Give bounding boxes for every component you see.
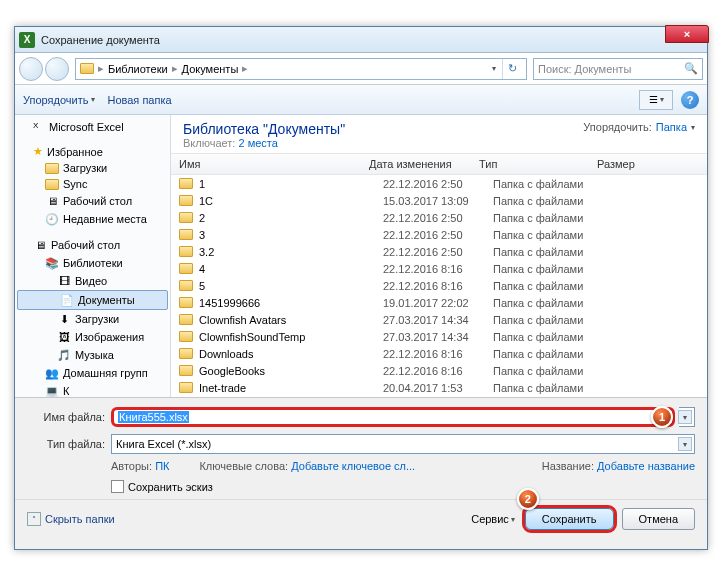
file-list[interactable]: 122.12.2016 2:50Папка с файлами1C15.03.2… bbox=[171, 175, 707, 397]
save-button[interactable]: Сохранить bbox=[525, 508, 614, 530]
file-type: Папка с файлами bbox=[493, 297, 611, 309]
downloads-icon: ⬇ bbox=[57, 312, 71, 326]
sidebar-item-downloads2[interactable]: ⬇Загрузки bbox=[15, 310, 170, 328]
sidebar: XMicrosoft Excel ★Избранное Загрузки Syn… bbox=[15, 115, 171, 397]
filename-input[interactable]: Книга555.xlsx bbox=[111, 407, 675, 427]
sidebar-item-video[interactable]: 🎞Видео bbox=[15, 272, 170, 290]
sidebar-item-favorites[interactable]: ★Избранное bbox=[15, 143, 170, 160]
filetype-select[interactable]: Книга Excel (*.xlsx)▾ bbox=[111, 434, 695, 454]
chevron-down-icon: ▾ bbox=[691, 123, 695, 132]
computer-icon: 💻 bbox=[45, 384, 59, 397]
help-button[interactable]: ? bbox=[681, 91, 699, 109]
file-type: Папка с файлами bbox=[493, 212, 611, 224]
excel-icon: X bbox=[19, 32, 35, 48]
table-row[interactable]: Clownfish Avatars27.03.2017 14:34Папка с… bbox=[171, 311, 707, 328]
filetype-label: Тип файла: bbox=[27, 438, 105, 450]
file-date: 22.12.2016 8:16 bbox=[383, 280, 493, 292]
file-date: 22.12.2016 8:16 bbox=[383, 348, 493, 360]
table-row[interactable]: ClownfishSoundTemp27.03.2017 14:34Папка … bbox=[171, 328, 707, 345]
view-mode-button[interactable]: ☰▾ bbox=[639, 90, 673, 110]
table-row[interactable]: 122.12.2016 2:50Папка с файлами bbox=[171, 175, 707, 192]
table-row[interactable]: 3.222.12.2016 2:50Папка с файлами bbox=[171, 243, 707, 260]
folder-icon bbox=[179, 229, 193, 240]
file-type: Папка с файлами bbox=[493, 331, 611, 343]
table-row[interactable]: GoogleBooks22.12.2016 8:16Папка с файлам… bbox=[171, 362, 707, 379]
col-size[interactable]: Размер bbox=[597, 158, 657, 170]
titlebar[interactable]: X Сохранение документа × bbox=[15, 27, 707, 53]
sidebar-item-desktop-fav[interactable]: 🖥Рабочий стол bbox=[15, 192, 170, 210]
sidebar-item-music[interactable]: 🎵Музыка bbox=[15, 346, 170, 364]
thumbnail-checkbox[interactable] bbox=[111, 480, 124, 493]
hide-folders-button[interactable]: ˄Скрыть папки bbox=[27, 512, 115, 526]
file-date: 22.12.2016 2:50 bbox=[383, 178, 493, 190]
organize-button[interactable]: Упорядочить ▾ bbox=[23, 94, 95, 106]
keywords-link[interactable]: Добавьте ключевое сл... bbox=[291, 460, 415, 472]
breadcrumb-segment[interactable]: Документы bbox=[182, 63, 239, 75]
file-date: 19.01.2017 22:02 bbox=[383, 297, 493, 309]
sidebar-item-documents[interactable]: 📄Документы bbox=[17, 290, 168, 310]
file-type: Папка с файлами bbox=[493, 280, 611, 292]
table-row[interactable]: 222.12.2016 2:50Папка с файлами bbox=[171, 209, 707, 226]
file-type: Папка с файлами bbox=[493, 246, 611, 258]
title-link[interactable]: Добавьте название bbox=[597, 460, 695, 472]
address-dropdown[interactable]: ▾ bbox=[486, 59, 502, 79]
tools-button[interactable]: Сервис ▾ bbox=[471, 513, 515, 525]
table-row[interactable]: 522.12.2016 8:16Папка с файлами bbox=[171, 277, 707, 294]
sidebar-item-homegroup[interactable]: 👥Домашняя групп bbox=[15, 364, 170, 382]
table-row[interactable]: 145199966619.01.2017 22:02Папка с файлам… bbox=[171, 294, 707, 311]
callout-2: 2 bbox=[517, 488, 539, 510]
sidebar-item-computer[interactable]: 💻К bbox=[15, 382, 170, 397]
folder-icon bbox=[179, 246, 193, 257]
table-row[interactable]: 1C15.03.2017 13:09Папка с файлами bbox=[171, 192, 707, 209]
file-date: 22.12.2016 8:16 bbox=[383, 365, 493, 377]
sidebar-item-recent[interactable]: 🕘Недавние места bbox=[15, 210, 170, 228]
sidebar-item-pictures[interactable]: 🖼Изображения bbox=[15, 328, 170, 346]
col-type[interactable]: Тип bbox=[479, 158, 597, 170]
file-date: 22.12.2016 2:50 bbox=[383, 212, 493, 224]
sidebar-item-sync[interactable]: Sync bbox=[15, 176, 170, 192]
forward-button[interactable] bbox=[45, 57, 69, 81]
sidebar-item-desktop[interactable]: 🖥Рабочий стол bbox=[15, 236, 170, 254]
search-input[interactable]: Поиск: Документы 🔍 bbox=[533, 58, 703, 80]
folder-icon bbox=[179, 212, 193, 223]
arrange-label: Упорядочить: bbox=[583, 121, 652, 133]
save-dialog: X Сохранение документа × ▸ Библиотеки ▸ … bbox=[14, 26, 708, 550]
file-name: 2 bbox=[199, 212, 383, 224]
close-button[interactable]: × bbox=[665, 25, 709, 43]
table-row[interactable]: 322.12.2016 2:50Папка с файлами bbox=[171, 226, 707, 243]
table-row[interactable]: 422.12.2016 8:16Папка с файлами bbox=[171, 260, 707, 277]
file-name: 1C bbox=[199, 195, 383, 207]
sidebar-item-downloads[interactable]: Загрузки bbox=[15, 160, 170, 176]
file-date: 27.03.2017 14:34 bbox=[383, 331, 493, 343]
back-button[interactable] bbox=[19, 57, 43, 81]
folder-icon bbox=[179, 382, 193, 393]
filename-label: Имя файла: bbox=[27, 411, 105, 423]
folder-icon bbox=[80, 63, 94, 74]
thumbnail-label: Сохранить эскиз bbox=[128, 481, 213, 493]
sidebar-item-excel[interactable]: XMicrosoft Excel bbox=[15, 119, 170, 135]
column-headers[interactable]: Имя Дата изменения Тип Размер bbox=[171, 153, 707, 175]
refresh-button[interactable]: ↻ bbox=[502, 59, 522, 79]
file-name: 3 bbox=[199, 229, 383, 241]
new-folder-button[interactable]: Новая папка bbox=[107, 94, 171, 106]
breadcrumb-segment[interactable]: Библиотеки bbox=[108, 63, 168, 75]
sidebar-item-libraries[interactable]: 📚Библиотеки bbox=[15, 254, 170, 272]
cancel-button[interactable]: Отмена bbox=[622, 508, 695, 530]
includes-link[interactable]: 2 места bbox=[238, 137, 277, 149]
save-fields: Имя файла: Книга555.xlsx 1 ▾ Тип файла: … bbox=[15, 397, 707, 499]
authors-value[interactable]: ПК bbox=[155, 460, 169, 472]
arrange-value[interactable]: Папка bbox=[656, 121, 687, 133]
nav-bar: ▸ Библиотеки ▸ Документы ▸ ▾ ↻ Поиск: До… bbox=[15, 53, 707, 85]
folder-icon bbox=[45, 179, 59, 190]
address-bar[interactable]: ▸ Библиотеки ▸ Документы ▸ ▾ ↻ bbox=[75, 58, 527, 80]
col-date[interactable]: Дата изменения bbox=[369, 158, 479, 170]
chevron-down-icon: ▾ bbox=[91, 95, 95, 104]
col-name[interactable]: Имя bbox=[179, 158, 369, 170]
chevron-down-icon: ▾ bbox=[660, 95, 664, 104]
folder-icon bbox=[179, 314, 193, 325]
close-icon: × bbox=[684, 28, 690, 40]
star-icon: ★ bbox=[33, 145, 43, 158]
filename-dropdown[interactable]: ▾ bbox=[679, 407, 695, 427]
table-row[interactable]: Downloads22.12.2016 8:16Папка с файлами bbox=[171, 345, 707, 362]
table-row[interactable]: Inet-trade20.04.2017 1:53Папка с файлами bbox=[171, 379, 707, 396]
